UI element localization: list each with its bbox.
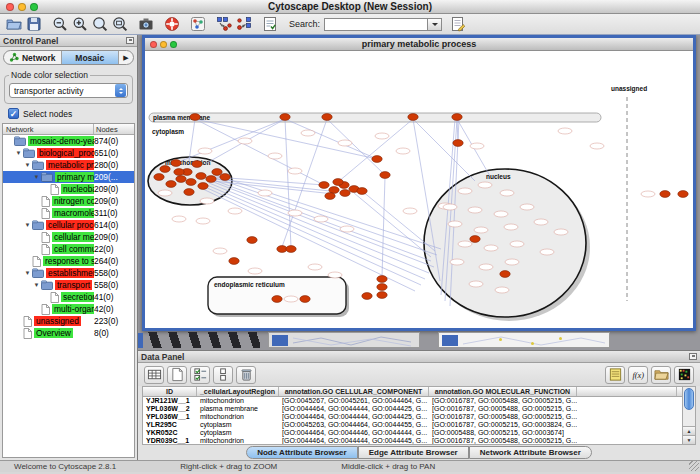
background-window-fragment-2[interactable] bbox=[438, 332, 610, 348]
network-node[interactable] bbox=[248, 268, 262, 274]
minimize-button[interactable] bbox=[18, 3, 26, 11]
table-scrollbar[interactable]: ▲ ▼ bbox=[682, 387, 695, 444]
tab-edge-attribute-browser[interactable]: Edge Attribute Browser bbox=[358, 446, 469, 459]
table-row[interactable]: YJR121W__1mitochondrion[GO:0045267, GO:0… bbox=[143, 397, 682, 405]
annotation-icon[interactable] bbox=[449, 16, 466, 33]
tree-row[interactable]: ▼biological_process651(0) bbox=[3, 147, 134, 159]
tree-row[interactable]: nitrogen compo...209(0) bbox=[3, 195, 134, 207]
network-node[interactable] bbox=[340, 226, 354, 232]
table-row[interactable]: YPL036W__1mitochondrion[GO:0044464, GO:0… bbox=[143, 413, 682, 421]
network-node[interactable] bbox=[176, 176, 186, 183]
network-node[interactable] bbox=[160, 166, 170, 173]
tree-expand-arrow-icon[interactable]: ▼ bbox=[32, 171, 41, 183]
data-panel-float-icon[interactable] bbox=[689, 353, 697, 360]
filter-icon[interactable] bbox=[261, 16, 278, 33]
tree-row[interactable]: ▼primary metabo209(... bbox=[3, 171, 134, 183]
network-node[interactable] bbox=[301, 130, 315, 136]
network-node[interactable] bbox=[505, 259, 519, 265]
background-window-fragment-1[interactable] bbox=[268, 332, 420, 348]
network-node[interactable] bbox=[268, 153, 282, 159]
network-node[interactable] bbox=[198, 148, 212, 154]
tree-row[interactable]: mosaic-demo-yeast874(0) bbox=[3, 135, 134, 147]
attribute-table-button[interactable] bbox=[144, 366, 164, 384]
create-attribute-button[interactable] bbox=[167, 366, 187, 384]
network-node[interactable] bbox=[500, 190, 514, 196]
table-column-header[interactable]: ID bbox=[143, 387, 197, 396]
network-canvas[interactable]: plasma membrane cytoplasm mitochondrion … bbox=[145, 51, 693, 328]
network-node[interactable] bbox=[238, 138, 252, 144]
network-node[interactable] bbox=[408, 114, 418, 121]
network-node[interactable] bbox=[172, 216, 186, 222]
network-node[interactable] bbox=[504, 224, 518, 230]
network-node[interactable] bbox=[468, 207, 482, 213]
network-node[interactable] bbox=[213, 248, 227, 254]
tree-row[interactable]: secretion41(0) bbox=[3, 291, 134, 303]
tree-expand-arrow-icon[interactable]: ▼ bbox=[14, 147, 23, 159]
tree-expand-arrow-icon[interactable]: ▼ bbox=[32, 279, 41, 291]
network-node[interactable] bbox=[212, 169, 222, 176]
vizmapper-icon[interactable] bbox=[189, 16, 206, 33]
tree-expand-arrow-icon[interactable]: ▼ bbox=[23, 159, 32, 171]
tree-row[interactable]: cell communicat...22(0) bbox=[3, 243, 134, 255]
save-icon[interactable] bbox=[25, 16, 42, 33]
network-node[interactable] bbox=[333, 179, 343, 186]
background-window-fragment-edge[interactable] bbox=[138, 333, 143, 348]
network-node[interactable] bbox=[484, 245, 498, 251]
network-node[interactable] bbox=[154, 174, 164, 181]
network-node[interactable] bbox=[469, 281, 483, 287]
table-column-header[interactable]: annotation.GO MOLECULAR_FUNCTION bbox=[429, 387, 577, 396]
tree-column-nodes[interactable]: Nodes bbox=[94, 124, 134, 134]
network-node[interactable] bbox=[540, 249, 554, 255]
notes-button[interactable] bbox=[605, 366, 625, 384]
node-color-dropdown[interactable]: transporter activity bbox=[9, 83, 128, 98]
delete-attribute-button[interactable] bbox=[236, 366, 256, 384]
zoom-fit-icon[interactable] bbox=[111, 16, 128, 33]
frame-minimize-button[interactable] bbox=[160, 41, 167, 48]
network-node[interactable] bbox=[322, 114, 332, 121]
network-node[interactable] bbox=[510, 241, 524, 247]
network-node[interactable] bbox=[280, 114, 290, 121]
tree-row[interactable]: ▼cellular process614(0) bbox=[3, 219, 134, 231]
network-node[interactable] bbox=[247, 237, 257, 244]
zoom-selected-icon[interactable] bbox=[91, 16, 108, 33]
tab-mosaic[interactable]: Mosaic bbox=[62, 51, 120, 64]
network-node[interactable] bbox=[171, 160, 181, 167]
more-tabs-button[interactable]: ▶ bbox=[119, 51, 133, 64]
network-node[interactable] bbox=[479, 264, 493, 270]
tree-row[interactable]: ▼establishment of lo...558(0) bbox=[3, 267, 134, 279]
scroll-down-button[interactable]: ▼ bbox=[683, 435, 695, 444]
tree-expand-arrow-icon[interactable]: ▼ bbox=[23, 219, 32, 231]
network-node[interactable] bbox=[340, 190, 350, 197]
close-button[interactable] bbox=[6, 3, 14, 11]
search-dropdown-button[interactable] bbox=[428, 18, 442, 31]
tree-row[interactable]: response to stimulu...264(0) bbox=[3, 255, 134, 267]
table-column-header[interactable]: _cellularLayoutRegion bbox=[197, 387, 279, 396]
network-node[interactable] bbox=[377, 292, 387, 299]
tree-row[interactable]: cellular metabol...209(0) bbox=[3, 231, 134, 243]
network-node[interactable] bbox=[678, 191, 688, 198]
tab-network[interactable]: Network bbox=[4, 51, 62, 64]
table-row[interactable]: YPL036W__2plasma membrane[GO:0044464, GO… bbox=[143, 405, 682, 413]
network-node[interactable] bbox=[458, 241, 472, 247]
layout-nodes-1-icon[interactable] bbox=[215, 16, 232, 33]
network-node[interactable] bbox=[198, 183, 208, 190]
select-nodes-checkbox[interactable]: ✓ Select nodes bbox=[8, 108, 137, 119]
tree-row[interactable]: nucleobase-...209(0) bbox=[3, 183, 134, 195]
network-node[interactable] bbox=[375, 133, 389, 139]
network-node[interactable] bbox=[186, 179, 196, 186]
network-node[interactable] bbox=[190, 114, 200, 121]
network-node[interactable] bbox=[338, 140, 352, 146]
table-column-header[interactable]: annotation.GO CELLULAR_COMPONENT bbox=[279, 387, 429, 396]
network-node[interactable] bbox=[314, 216, 328, 222]
network-node[interactable] bbox=[534, 219, 548, 225]
tree-column-network[interactable]: Network bbox=[3, 124, 94, 134]
tree-row[interactable]: multi-organism pro...42(0) bbox=[3, 303, 134, 315]
network-node[interactable] bbox=[166, 181, 176, 188]
zoom-in-icon[interactable] bbox=[71, 16, 88, 33]
network-node[interactable] bbox=[174, 169, 184, 176]
tree-row[interactable]: unassigned223(0) bbox=[3, 315, 134, 327]
network-node[interactable] bbox=[228, 208, 242, 214]
network-node[interactable] bbox=[328, 272, 342, 278]
network-view-titlebar[interactable]: primary metabolic process bbox=[145, 38, 693, 51]
network-node[interactable] bbox=[357, 188, 367, 195]
